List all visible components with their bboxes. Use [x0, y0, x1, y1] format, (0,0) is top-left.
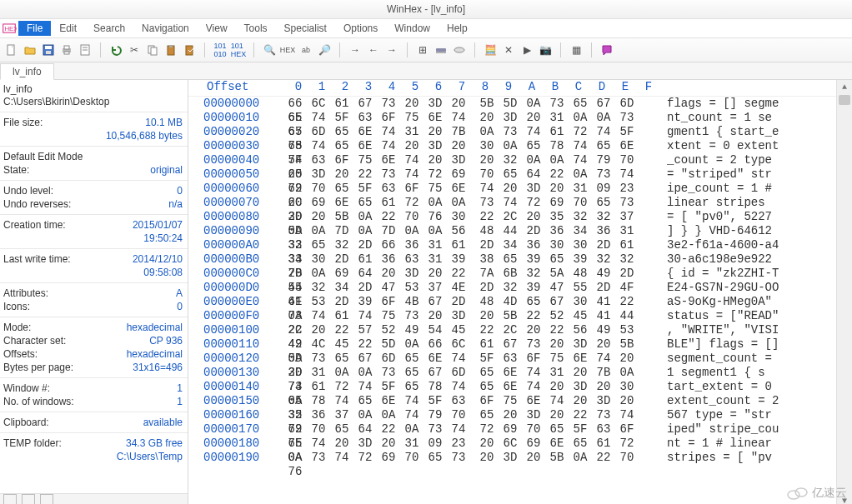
offset-cell[interactable]: 00000060: [188, 182, 283, 196]
offset-cell[interactable]: 00000120: [188, 352, 283, 366]
menu-file[interactable]: File: [18, 21, 51, 36]
go-to-offset-icon[interactable]: →: [347, 42, 363, 58]
bytes-cell[interactable]: 2C20225752495445222C202256495349: [283, 323, 657, 337]
ascii-cell[interactable]: flags = [] segme: [664, 97, 814, 111]
offset-cell[interactable]: 00000030: [188, 139, 283, 153]
ascii-cell[interactable]: = "striped" str: [664, 167, 814, 182]
hex-row[interactable]: 000000905D0A7D0A7D0A0A5648442D3634363132…: [188, 224, 836, 238]
offset-cell[interactable]: 00000070: [188, 196, 283, 210]
offset-cell[interactable]: 000000A0: [188, 238, 283, 252]
open-folder-icon[interactable]: [22, 42, 38, 58]
ascii-cell[interactable]: tart_extent = 0: [664, 380, 814, 394]
menu-options[interactable]: Options: [335, 21, 386, 36]
ascii-cell[interactable]: 1 segment1 { s: [664, 366, 814, 380]
offset-cell[interactable]: 00000150: [188, 394, 283, 408]
hex-row[interactable]: 000001806E74203D20310923206C696E6561720A…: [188, 437, 836, 451]
ascii-cell[interactable]: ipe_count = 1 #: [664, 182, 814, 196]
scroll-down-icon[interactable]: ▼: [837, 494, 852, 504]
vertical-scrollbar[interactable]: ▲ ▼: [836, 80, 852, 504]
offset-header[interactable]: Offset: [188, 80, 287, 94]
help-icon[interactable]: [599, 42, 615, 58]
menu-view[interactable]: View: [198, 21, 236, 36]
bytes-cell[interactable]: 7874656E74203D20300A657874656E74: [283, 139, 657, 153]
menu-help[interactable]: Help: [439, 21, 476, 36]
paste-icon[interactable]: [163, 42, 179, 58]
hex-row[interactable]: 000000606970655F636F756E74203D2031092320…: [188, 182, 836, 196]
bytes-cell[interactable]: 20310A0A7365676D656E7431207B0A73: [283, 366, 657, 380]
ascii-cell[interactable]: status = ["READ": [664, 309, 814, 323]
hex-row[interactable]: 000000307874656E74203D20300A657874656E74…: [188, 139, 836, 153]
bytes-cell[interactable]: 424C45225D0A666C616773203D205B5D: [283, 337, 657, 352]
offset-cell[interactable]: 00000190: [188, 451, 283, 465]
offset-cell[interactable]: 00000010: [188, 111, 283, 125]
ascii-cell[interactable]: 3e2-f61a-4600-a4: [664, 238, 814, 252]
hex-mode-icon[interactable]: 101HEX: [230, 42, 247, 58]
ascii-cell[interactable]: ] } } VHD-64612: [664, 224, 814, 238]
position-manager-icon[interactable]: ⊞: [414, 42, 431, 58]
offset-cell[interactable]: 00000140: [188, 380, 283, 394]
go-forward-icon[interactable]: →: [383, 42, 400, 58]
menu-navigation[interactable]: Navigation: [133, 21, 198, 36]
offset-cell[interactable]: 00000180: [188, 437, 283, 451]
menu-tools[interactable]: Tools: [236, 21, 276, 36]
cut-icon[interactable]: ✂: [126, 42, 143, 58]
hex-row[interactable]: 00000150657874656E745F636F756E74203D2032…: [188, 394, 836, 408]
ascii-cell[interactable]: E24-GS7N-29GU-OO: [664, 281, 814, 295]
print-icon[interactable]: [58, 42, 75, 58]
ascii-cell[interactable]: aS-9oKg-HMeg0A": [664, 295, 814, 309]
bytes-cell[interactable]: 0A73747269706573203D205B0A227076: [283, 451, 657, 465]
hex-row[interactable]: 00000000666C616773203D205B5D0A7365676D65…: [188, 97, 836, 111]
ascii-cell[interactable]: stripes = [ "pv: [664, 451, 814, 465]
menu-window[interactable]: Window: [386, 21, 439, 36]
undo-icon[interactable]: [108, 42, 124, 58]
hex-row[interactable]: 000000B033302D61366331393865396539323220…: [188, 252, 836, 267]
paste-write-icon[interactable]: [181, 42, 198, 58]
offset-cell[interactable]: 00000080: [188, 210, 283, 224]
offset-cell[interactable]: 000000B0: [188, 252, 283, 267]
bytes-cell[interactable]: 6E745F636F756E74203D20310A0A7365: [283, 111, 657, 125]
hex-row[interactable]: 0000017069706564220A7374726970655F636F75…: [188, 422, 836, 437]
snapshot-icon[interactable]: 📷: [537, 42, 554, 58]
menu-search[interactable]: Search: [85, 21, 133, 36]
footer-icon[interactable]: [3, 494, 17, 504]
save-icon[interactable]: [40, 42, 57, 58]
offset-cell[interactable]: 00000090: [188, 224, 283, 238]
bytes-cell[interactable]: 3D205B0A22707630222C20353232370A: [283, 210, 657, 224]
scroll-up-icon[interactable]: ▲: [837, 80, 852, 93]
bytes-cell[interactable]: 5D0A7D0A7D0A0A5648442D3634363132: [283, 224, 657, 238]
disk-icon[interactable]: [451, 42, 468, 58]
offset-cell[interactable]: 00000100: [188, 323, 283, 337]
ascii-cell[interactable]: nt = 1 # linear: [664, 437, 814, 451]
ascii-cell[interactable]: extent_count = 2: [664, 394, 814, 408]
bytes-cell[interactable]: 203D202273747269706564220A737472: [283, 167, 657, 182]
hex-row[interactable]: 00000050203D202273747269706564220A737472…: [188, 167, 836, 182]
ram-icon[interactable]: [433, 42, 449, 58]
bytes-cell[interactable]: 5F636F756E74203D20320A0A74797065: [283, 153, 657, 167]
bytes-cell[interactable]: 0A7365676D656E745F636F756E74203D: [283, 352, 657, 366]
find-text-icon[interactable]: ab: [298, 42, 314, 58]
ascii-cell[interactable]: iped" stripe_cou: [664, 422, 814, 437]
bytes-cell[interactable]: 6E74203D20310923206C696E6561720A: [283, 437, 657, 451]
menu-edit[interactable]: Edit: [51, 21, 85, 36]
ascii-cell[interactable]: nt_count = 1 se: [664, 111, 814, 125]
bytes-cell[interactable]: 746172745F657874656E74203D20300A: [283, 380, 657, 394]
offset-cell[interactable]: 00000000: [188, 97, 283, 111]
hex-row[interactable]: 000000C07B0A6964203D20227A6B325A48492D54…: [188, 267, 836, 281]
hex-row[interactable]: 000000D04532342D4753374E2D323947552D4F4F…: [188, 281, 836, 295]
bytes-cell[interactable]: 657874656E745F636F756E74203D2032: [283, 394, 657, 408]
hex-row[interactable]: 000000106E745F636F756E74203D20310A0A7365…: [188, 111, 836, 125]
bytes-cell[interactable]: 6970655F636F756E74203D2031092320: [283, 182, 657, 196]
offset-cell[interactable]: 00000130: [188, 366, 283, 380]
offset-cell[interactable]: 00000040: [188, 153, 283, 167]
bytes-cell[interactable]: 61532D396F4B672D484D65673041220A: [283, 295, 657, 309]
ascii-cell[interactable]: = [ "pv0", 5227: [664, 210, 814, 224]
bytes-cell[interactable]: 69706564220A7374726970655F636F75: [283, 422, 657, 437]
bytes-cell[interactable]: 4532342D4753374E2D323947552D4F4F: [283, 281, 657, 295]
bytes-cell[interactable]: 676D656E7431207B0A73746172745F65: [283, 125, 657, 139]
hex-ascii-icon[interactable]: 101010: [212, 42, 228, 58]
footer-icon[interactable]: [40, 494, 53, 504]
bytes-cell[interactable]: 7B0A6964203D20227A6B325A48492D54: [283, 267, 657, 281]
hex-editor[interactable]: Offset 0123456789ABCDEF 00000000666C6167…: [188, 80, 852, 504]
bytes-cell[interactable]: 666C616773203D205B5D0A7365676D65: [283, 97, 657, 111]
ascii-cell[interactable]: , "WRITE", "VISI: [664, 323, 814, 337]
